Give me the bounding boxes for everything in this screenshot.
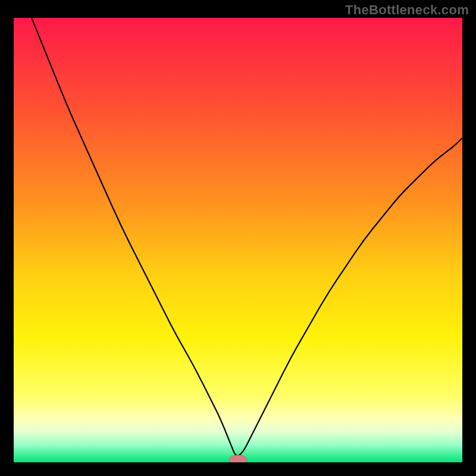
- watermark-text: TheBottleneck.com: [345, 2, 469, 18]
- chart-container: TheBottleneck.com: [0, 0, 476, 476]
- gradient-background: [14, 18, 462, 462]
- plot-svg: [14, 18, 462, 462]
- plot-area: [14, 18, 462, 462]
- optimum-marker: [229, 455, 247, 462]
